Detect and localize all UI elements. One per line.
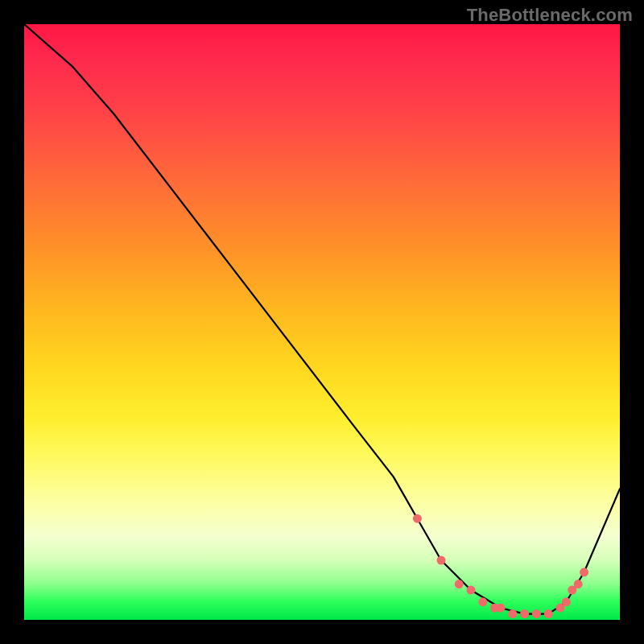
curve-marker	[508, 609, 517, 618]
curve-marker	[455, 580, 464, 588]
plot-area	[24, 24, 620, 620]
curve-marker	[574, 580, 583, 588]
curve-marker	[478, 597, 487, 606]
bottleneck-curve	[24, 24, 620, 614]
curve-marker	[413, 514, 422, 523]
curve-marker	[532, 609, 541, 618]
curve-marker	[437, 556, 446, 565]
curve-layer	[24, 24, 620, 620]
curve-marker	[467, 586, 476, 595]
watermark-text: TheBottleneck.com	[467, 5, 633, 26]
curve-marker	[562, 597, 571, 606]
curve-marker	[580, 568, 588, 576]
curve-marker	[544, 609, 553, 618]
curve-marker	[520, 609, 529, 618]
curve-marker	[497, 604, 506, 613]
chart-frame: TheBottleneck.com	[0, 0, 644, 644]
marker-group	[413, 514, 588, 618]
